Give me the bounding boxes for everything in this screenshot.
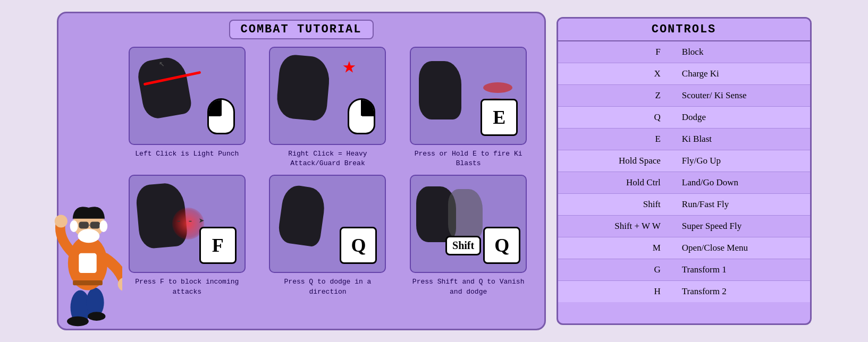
svg-rect-15 (79, 221, 89, 228)
controls-row: X Charge Ki (558, 63, 810, 85)
controls-row: Shift + W W Super Speed Fly (558, 216, 810, 237)
tutorial-cell-dodge: Q Press Q to dodge in a direction (260, 175, 395, 296)
tutorial-cell-ki-blast: E Press or Hold E to fire Ki Blasts (401, 47, 536, 168)
controls-action: Block (671, 41, 810, 63)
controls-action: Charge Ki (671, 63, 810, 85)
svg-rect-6 (73, 280, 103, 285)
controls-key: X (558, 63, 671, 85)
controls-row: H Transform 2 (558, 281, 810, 303)
controls-key: Shift + W W (558, 216, 671, 237)
tutorial-image-ki-blast: E (410, 47, 527, 145)
key-box-f: F (199, 227, 237, 264)
tutorial-image-heavy-attack: ★ (269, 47, 386, 145)
controls-key: Shift (558, 194, 671, 216)
tutorial-image-dodge: Q (269, 175, 386, 273)
controls-action: Open/Close Menu (671, 237, 810, 259)
tutorial-cell-block: - - ➤ F Press F to block incoming attack… (120, 175, 255, 296)
tutorial-caption-heavy-attack: Right Click = Heavy Attack/Guard Break (269, 149, 386, 168)
controls-key: Q (558, 107, 671, 129)
controls-key: H (558, 281, 671, 303)
controls-key: F (558, 41, 671, 63)
tutorial-cell-vanish: Shift Q Press Shift and Q to Vanish and … (401, 175, 536, 296)
controls-title: CONTROLS (558, 19, 810, 41)
controls-panel: CONTROLS F Block X Charge Ki Z Scouter/ … (557, 17, 812, 325)
controls-row: Z Scouter/ Ki Sense (558, 85, 810, 107)
controls-action: Transform 2 (671, 281, 810, 303)
controls-key: Hold Space (558, 150, 671, 172)
controls-row: Hold Space Fly/Go Up (558, 150, 810, 172)
controls-row: Shift Run/Fast Fly (558, 194, 810, 216)
controls-action: Ki Blast (671, 129, 810, 150)
controls-row: Q Dodge (558, 107, 810, 129)
svg-point-3 (88, 312, 105, 321)
key-box-e: E (481, 99, 518, 136)
tutorial-caption-vanish: Press Shift and Q to Vanish and dodge (410, 277, 527, 296)
key-box-q: Q (340, 227, 377, 264)
controls-action: Super Speed Fly (671, 216, 810, 237)
combat-tutorial-panel: COMBAT TUTORIAL (57, 12, 546, 330)
key-box-q2: Q (483, 227, 520, 264)
tutorial-caption-ki-blast: Press or Hold E to fire Ki Blasts (410, 149, 527, 168)
controls-action: Scouter/ Ki Sense (671, 85, 810, 107)
svg-point-19 (99, 220, 107, 232)
controls-row: Hold Ctrl Land/Go Down (558, 172, 810, 194)
svg-point-14 (86, 230, 96, 235)
tutorial-caption-dodge: Press Q to dodge in a direction (269, 277, 386, 296)
controls-action: Run/Fast Fly (671, 194, 810, 216)
controls-action: Land/Go Down (671, 172, 810, 194)
tutorial-caption-block: Press F to block incoming attacks (129, 277, 246, 296)
tutorial-caption-light-punch: Left Click is Light Punch (135, 149, 239, 159)
shift-q-keys: Shift Q (445, 227, 520, 264)
controls-action: Dodge (671, 107, 810, 129)
svg-rect-16 (90, 221, 100, 228)
controls-key: M (558, 237, 671, 259)
controls-row: E Ki Blast (558, 129, 810, 150)
tutorial-cell-light-punch: ↖ Left Click is Light Punch (120, 47, 255, 168)
controls-action: Transform 1 (671, 259, 810, 281)
svg-point-18 (70, 220, 78, 232)
controls-row: F Block (558, 41, 810, 63)
controls-key: G (558, 259, 671, 281)
controls-key: Hold Ctrl (558, 172, 671, 194)
tutorial-image-vanish: Shift Q (410, 175, 527, 273)
tutorial-grid: ↖ Left Click is Light Punch (120, 47, 536, 297)
controls-action: Fly/Go Up (671, 150, 810, 172)
svg-point-2 (67, 317, 89, 327)
tutorial-image-light-punch: ↖ (129, 47, 246, 145)
mouse-icon-left (207, 98, 235, 134)
controls-key: E (558, 129, 671, 150)
svg-point-9 (54, 215, 67, 227)
character-illustration (53, 148, 122, 329)
combat-tutorial-title: COMBAT TUTORIAL (229, 20, 373, 39)
controls-key: Z (558, 85, 671, 107)
controls-row: G Transform 1 (558, 259, 810, 281)
shift-key: Shift (445, 236, 481, 255)
tutorial-image-block: - - ➤ F (129, 175, 246, 273)
controls-row: M Open/Close Menu (558, 237, 810, 259)
svg-rect-5 (79, 253, 96, 273)
tutorial-cell-heavy-attack: ★ Right Click = Heavy Attack/Guard Break (260, 47, 395, 168)
mouse-icon-right (348, 98, 375, 134)
controls-table: F Block X Charge Ki Z Scouter/ Ki Sense … (558, 41, 810, 302)
